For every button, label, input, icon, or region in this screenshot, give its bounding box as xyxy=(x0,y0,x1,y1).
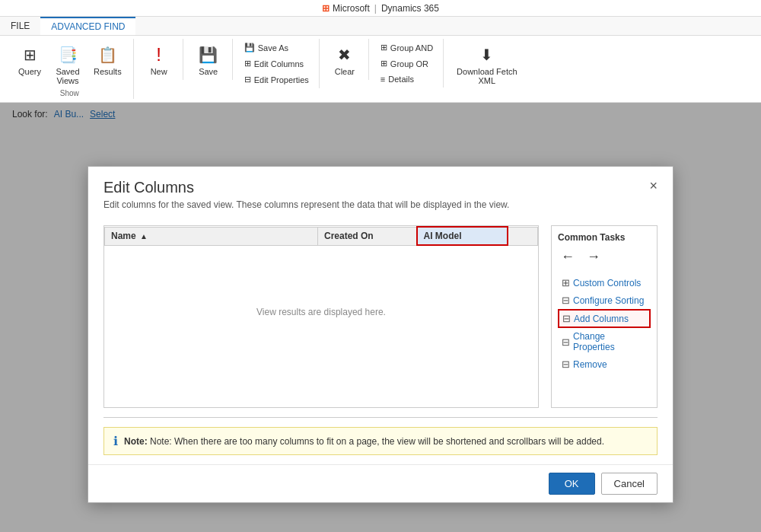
ribbon: FILE ADVANCED FIND ⊞ Query 📑 SavedViews … xyxy=(0,17,761,103)
top-bar: ⊞ Microsoft | Dynamics 365 xyxy=(0,0,761,17)
ribbon-group-save: 💾 Save xyxy=(185,39,233,80)
ribbon-btn-query[interactable]: ⊞ Query xyxy=(12,40,47,78)
group-or-icon: ⊞ xyxy=(380,59,387,68)
ribbon-group-show: ⊞ Query 📑 SavedViews 📋 Results Show xyxy=(6,39,134,99)
modal-overlay: Edit Columns Edit columns for the saved … xyxy=(0,103,761,532)
clear-icon: ✖ xyxy=(333,43,357,67)
modal-body: Name ▲ Created On AI Model xyxy=(88,216,673,464)
task-change-properties[interactable]: ⊟ Change Properties xyxy=(558,328,651,355)
created-on-col-label: Created On xyxy=(324,231,374,241)
ok-button[interactable]: OK xyxy=(549,473,595,495)
task-remove[interactable]: ⊟ Remove xyxy=(558,355,651,373)
edit-properties-label: Edit Properties xyxy=(254,75,309,84)
show-group-label: Show xyxy=(60,89,79,97)
tab-file[interactable]: FILE xyxy=(0,17,40,35)
details-icon: ≡ xyxy=(380,75,385,84)
separator: | xyxy=(374,3,377,14)
ribbon-btn-saved-views[interactable]: 📑 SavedViews xyxy=(50,40,85,88)
new-icon: ! xyxy=(147,43,171,67)
add-columns-label: Add Columns xyxy=(574,314,629,324)
col-header-empty xyxy=(508,227,538,245)
task-configure-sorting[interactable]: ⊟ Configure Sorting xyxy=(558,291,651,309)
results-label: Results xyxy=(94,67,122,76)
col-header-name[interactable]: Name ▲ xyxy=(105,227,318,245)
ribbon-btn-download[interactable]: ⬇ Download FetchXML xyxy=(451,40,523,88)
group-and-label: Group AND xyxy=(390,43,433,53)
col-header-ai-model[interactable]: AI Model xyxy=(417,227,508,245)
ribbon-btn-new[interactable]: ! New xyxy=(142,40,177,78)
ai-model-col-label: AI Model xyxy=(424,231,462,241)
arrow-right-button[interactable]: → xyxy=(587,249,600,265)
custom-controls-label: Custom Controls xyxy=(573,278,641,288)
ribbon-btn-edit-properties[interactable]: ⊟ Edit Properties xyxy=(240,72,313,87)
ribbon-btn-details[interactable]: ≡ Details xyxy=(377,72,437,86)
table-empty-text: View results are displayed here. xyxy=(105,245,538,378)
brand-name: Microsoft xyxy=(333,3,370,14)
edit-columns-label: Edit Columns xyxy=(254,59,304,68)
save-label: Save xyxy=(199,67,218,76)
ribbon-content: ⊞ Query 📑 SavedViews 📋 Results Show ! Ne… xyxy=(0,36,761,102)
col-header-created-on[interactable]: Created On xyxy=(318,227,417,245)
task-add-columns[interactable]: ⊟ Add Columns xyxy=(558,309,651,328)
tab-advanced-find[interactable]: ADVANCED FIND xyxy=(40,17,135,35)
change-properties-label: Change Properties xyxy=(573,331,647,352)
edit-columns-icon: ⊞ xyxy=(244,59,251,68)
configure-sorting-icon: ⊟ xyxy=(562,295,570,306)
note-bar: ℹ Note: Note: When there are too many co… xyxy=(103,427,658,455)
change-properties-icon: ⊟ xyxy=(562,336,570,348)
save-as-icon: 💾 xyxy=(244,43,255,53)
modal-footer: OK Cancel xyxy=(88,464,673,502)
add-columns-icon: ⊟ xyxy=(562,313,571,324)
ribbon-btn-save-as[interactable]: 💾 Save As xyxy=(240,40,313,55)
new-label: New xyxy=(151,67,167,76)
app-name: Dynamics 365 xyxy=(381,3,439,14)
modal-title: Edit Columns xyxy=(103,179,509,196)
ribbon-btn-edit-columns[interactable]: ⊞ Edit Columns xyxy=(240,56,313,71)
columns-area: Name ▲ Created On AI Model xyxy=(103,225,658,408)
main-area: Look for: AI Bu... Select Edit Columns E… xyxy=(0,103,761,532)
download-label: Download FetchXML xyxy=(457,67,517,85)
ribbon-group-clear: ✖ Clear xyxy=(321,39,369,80)
query-label: Query xyxy=(18,67,41,76)
group-or-label: Group OR xyxy=(390,59,428,68)
ribbon-group-download: ⬇ Download FetchXML xyxy=(445,39,529,89)
ribbon-btn-group-and[interactable]: ⊞ Group AND xyxy=(377,40,437,55)
common-tasks-title: Common Tasks xyxy=(558,232,651,243)
name-sort-icon: ▲ xyxy=(140,232,148,241)
columns-table-wrapper: Name ▲ Created On AI Model xyxy=(103,225,539,408)
ribbon-btn-clear[interactable]: ✖ Clear xyxy=(327,40,362,78)
saved-views-icon: 📑 xyxy=(56,43,80,67)
task-custom-controls[interactable]: ⊞ Custom Controls xyxy=(558,274,651,291)
saved-views-label: SavedViews xyxy=(56,67,79,85)
save-as-label: Save As xyxy=(258,43,288,53)
ribbon-btn-save[interactable]: 💾 Save xyxy=(191,40,226,78)
nav-arrows: ← → xyxy=(558,249,651,265)
ribbon-btn-results[interactable]: 📋 Results xyxy=(88,40,127,78)
modal-header: Edit Columns Edit columns for the saved … xyxy=(88,167,673,216)
clear-label: Clear xyxy=(335,67,355,76)
note-icon: ℹ xyxy=(113,434,118,448)
custom-controls-icon: ⊞ xyxy=(562,277,570,288)
ribbon-btn-group-or[interactable]: ⊞ Group OR xyxy=(377,56,437,71)
save-icon: 💾 xyxy=(196,43,221,67)
remove-icon: ⊟ xyxy=(562,358,570,370)
columns-table: Name ▲ Created On AI Model xyxy=(104,226,538,378)
results-icon: 📋 xyxy=(95,43,119,67)
arrow-left-button[interactable]: ← xyxy=(561,249,575,265)
remove-label: Remove xyxy=(573,359,607,370)
name-col-label: Name xyxy=(111,231,136,241)
ribbon-group-new: ! New xyxy=(135,39,183,80)
group-and-icon: ⊞ xyxy=(380,43,387,53)
common-tasks-panel: Common Tasks ← → ⊞ Custom Controls ⊟ Con… xyxy=(551,225,658,408)
configure-sorting-label: Configure Sorting xyxy=(573,295,644,306)
modal-dialog: Edit Columns Edit columns for the saved … xyxy=(88,166,673,503)
note-text: Note: Note: When there are too many colu… xyxy=(124,436,604,447)
query-icon: ⊞ xyxy=(18,43,42,67)
ribbon-tabs: FILE ADVANCED FIND xyxy=(0,17,761,36)
details-label: Details xyxy=(388,75,414,84)
ribbon-group-saveas: 💾 Save As ⊞ Edit Columns ⊟ Edit Properti… xyxy=(234,39,320,88)
modal-close-button[interactable]: × xyxy=(649,179,658,193)
ribbon-group-group: ⊞ Group AND ⊞ Group OR ≡ Details xyxy=(371,39,444,88)
modal-subtitle: Edit columns for the saved view. These c… xyxy=(103,199,509,210)
cancel-button[interactable]: Cancel xyxy=(601,473,658,495)
